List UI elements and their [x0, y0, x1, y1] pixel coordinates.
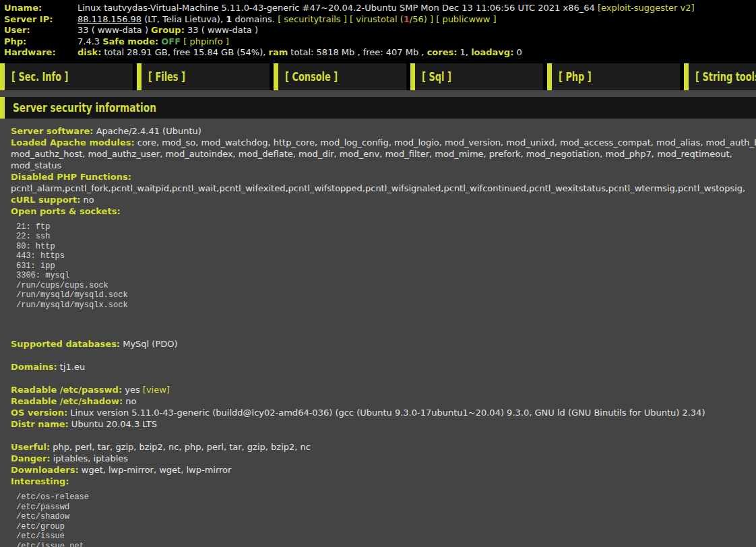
spacer — [11, 430, 756, 441]
field-label: cores: — [427, 47, 458, 57]
hardware-row: Hardware:disk: total 28.91 GB, free 15.8… — [4, 47, 756, 59]
securitytrails-link[interactable]: [ securitytrails ] — [278, 14, 347, 24]
disabled-php-functions-label: Disabled PHP Functions: — [11, 171, 756, 183]
tab-sec-info[interactable]: [ Sec. Info ] — [0, 63, 133, 90]
field-label: Server software: — [11, 126, 94, 136]
apache-modules-line-1: Loaded Apache modules: core, mod_so, mod… — [11, 137, 756, 148]
pre-line: /etc/os-release — [16, 492, 756, 503]
domains-line: Domains: tj1.eu — [11, 361, 756, 373]
interesting-label: Interesting: — [11, 476, 756, 487]
field-label: Danger: — [11, 453, 51, 463]
text-segment: 33 ( www-data ) — [77, 25, 151, 35]
user-label: User: — [4, 25, 77, 36]
view-passwd-link[interactable]: [view] — [143, 385, 170, 395]
apache-modules-line-2: mod_authz_host, mod_authz_user, mod_auto… — [11, 148, 756, 160]
virustotal-detections[interactable]: 1 — [404, 14, 410, 24]
text-segment: total: 5818 Mb , free: 407 Mb , — [288, 47, 427, 57]
pre-line: 22: ssh — [16, 232, 756, 242]
spacer — [11, 315, 756, 327]
text-segment: iptables, iptables — [51, 453, 129, 463]
text-segment: 1 — [226, 14, 232, 24]
field-label: Domains: — [11, 362, 57, 372]
server-info-rows: Uname:Linux tautvydas-Virtual-Machine 5.… — [4, 3, 756, 59]
disabled-php-functions-list: pcntl_alarm,pcntl_fork,pcntl_waitpid,pcn… — [11, 183, 756, 194]
server-ip-row: Server IP:88.118.156.98 (LT, Telia Lietu… — [4, 14, 756, 26]
publicwww-link[interactable]: [ publicwww ] — [436, 14, 496, 24]
tab-files[interactable]: [ Files ] — [137, 63, 270, 90]
field-label: Downloaders: — [11, 465, 79, 475]
downloaders-line: Downloaders: wget, lwp-mirror, wget, lwp… — [11, 464, 756, 476]
tab-sec-info-label: [ Sec. Info ] — [11, 70, 68, 84]
tab-files-label: [ Files ] — [148, 70, 185, 84]
distr-name-line: Distr name: Ubuntu 20.04.3 LTS — [11, 418, 756, 430]
php-label: Php: — [4, 36, 77, 48]
pre-line: /run/mysqld/mysqld.sock — [16, 290, 756, 300]
section-title: Server security information — [13, 100, 156, 115]
field-label: Interesting: — [11, 476, 69, 486]
safe-mode-status: OFF — [161, 36, 181, 46]
text-segment: mod_authz_host, mod_authz_user, mod_auto… — [11, 149, 732, 159]
pre-line: /etc/passwd — [16, 503, 756, 513]
virustotal-link[interactable]: [ virustotal ( — [350, 14, 404, 24]
pre-line: /etc/issue — [16, 532, 756, 542]
field-label: Disabled PHP Functions: — [11, 172, 131, 182]
danger-line: Danger: iptables, iptables — [11, 453, 756, 464]
text-segment: mod_status — [11, 160, 61, 170]
tab-string-tools[interactable]: [ String tools ] — [684, 63, 756, 90]
field-label: ram — [268, 47, 288, 57]
curl-support-line: cURL support: no — [11, 194, 756, 205]
text-segment: MySql (PDO) — [120, 339, 178, 349]
text-segment: no — [80, 195, 94, 205]
interesting-files-block: /etc/os-release/etc/passwd/etc/shadow/et… — [11, 492, 756, 547]
pre-line: 3306: mysql — [16, 271, 756, 281]
text-segment: yes — [122, 385, 143, 395]
text-segment: 1, — [457, 47, 471, 57]
pre-line: /etc/shadow — [16, 512, 756, 522]
hardware-label: Hardware: — [4, 47, 77, 59]
text-segment: Linux version 5.11.0-43-generic (buildd@… — [67, 408, 705, 418]
tab-php[interactable]: [ Php ] — [547, 63, 680, 90]
text-segment: pcntl_alarm,pcntl_fork,pcntl_waitpid,pcn… — [11, 183, 745, 193]
section-header: Server security information — [0, 97, 756, 119]
phpinfo-link[interactable]: [ phpinfo ] — [183, 36, 229, 46]
pre-line: /etc/issue.net — [16, 542, 756, 547]
open-ports-label: Open ports & sockets: — [11, 205, 756, 217]
text-segment: wget, lwp-mirror, wget, lwp-mirror — [79, 465, 232, 475]
pre-line: /run/mysqld/mysqlx.sock — [16, 300, 756, 311]
text-segment: tj1.eu — [57, 362, 85, 372]
text-segment: php, perl, tar, gzip, bzip2, nc, php, pe… — [50, 442, 311, 452]
virustotal-link-tail[interactable]: /56) ] — [410, 14, 433, 24]
tab-string-tools-label: [ String tools ] — [695, 70, 756, 84]
os-version-line: OS version: Linux version 5.11.0-43-gene… — [11, 407, 756, 418]
text-segment: domains. — [232, 14, 278, 24]
pre-line: /run/cups/cups.sock — [16, 281, 756, 291]
text-segment: 7.4.3 — [77, 36, 102, 46]
text-segment: (LT, Telia Lietuva), — [141, 14, 226, 24]
text-segment: total 28.91 GB, free 15.84 GB (54%), — [101, 47, 268, 57]
field-label: Open ports & sockets: — [11, 206, 121, 216]
field-label: Group: — [151, 25, 185, 35]
php-row: Php:7.4.3 Safe mode: OFF [ phpinfo ] — [4, 36, 756, 48]
tab-console[interactable]: [ Console ] — [274, 63, 406, 90]
field-label: Loaded Apache modules: — [11, 137, 135, 148]
tab-sql[interactable]: [ Sql ] — [410, 63, 543, 90]
uname-row: Uname:Linux tautvydas-Virtual-Machine 5.… — [4, 3, 756, 14]
apache-modules-line-3: mod_status — [11, 160, 756, 171]
text-segment: Linux tautvydas-Virtual-Machine 5.11.0-4… — [77, 3, 598, 13]
pre-line: 80: http — [16, 242, 756, 252]
text-segment: core, mod_so, mod_watchdog, http_core, m… — [135, 137, 756, 148]
tab-php-label: [ Php ] — [559, 70, 592, 84]
server-info-header: Uname:Linux tautvydas-Virtual-Machine 5.… — [0, 0, 756, 62]
field-label: Distr name: — [11, 419, 69, 429]
userful-line: Userful: php, perl, tar, gzip, bzip2, nc… — [11, 441, 756, 453]
field-label: Supported databases: — [11, 339, 120, 349]
spacer — [11, 327, 756, 338]
server-ip-link[interactable]: 88.118.156.98 — [77, 14, 141, 24]
pre-line: 21: ftp — [16, 222, 756, 232]
server-software-line: Server software: Apache/2.4.41 (Ubuntu) — [11, 125, 756, 137]
pre-line: 631: ipp — [16, 261, 756, 271]
tab-sql-label: [ Sql ] — [422, 70, 451, 84]
pre-line: 443: https — [16, 251, 756, 261]
supported-databases-line: Supported databases: MySql (PDO) — [11, 338, 756, 350]
exploit-suggester-link[interactable]: [exploit-suggester v2] — [598, 3, 695, 13]
